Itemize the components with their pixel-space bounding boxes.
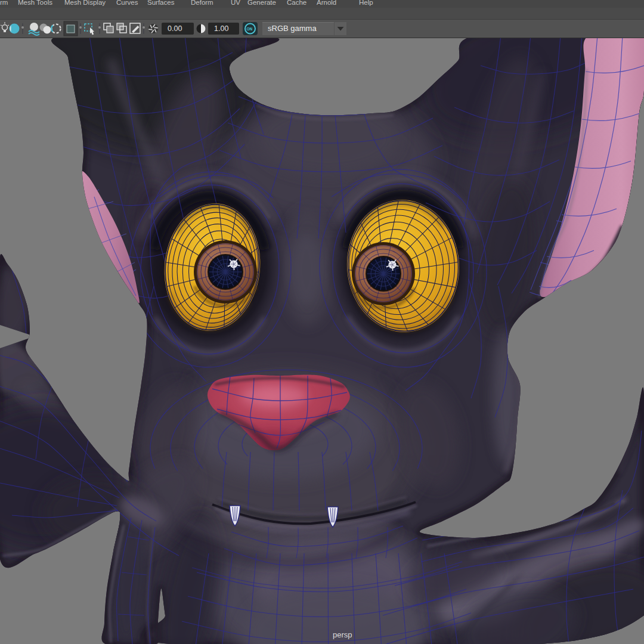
svg-text:1.00: 1.00 — [214, 24, 228, 33]
svg-text:ON: ON — [247, 27, 253, 31]
svg-text:rm: rm — [0, 0, 8, 6]
svg-text:Generate: Generate — [247, 0, 276, 6]
svg-text:Mesh Tools: Mesh Tools — [18, 0, 52, 6]
svg-text:Help: Help — [359, 0, 373, 6]
svg-text:0.00: 0.00 — [168, 24, 182, 33]
svg-text:Cache: Cache — [287, 0, 306, 6]
svg-text:sRGB gamma: sRGB gamma — [268, 24, 317, 33]
svg-text:Mesh Display: Mesh Display — [64, 0, 106, 6]
svg-text:Arnold: Arnold — [317, 0, 336, 6]
svg-text:Surfaces: Surfaces — [147, 0, 175, 6]
svg-text:UV: UV — [231, 0, 240, 6]
svg-text:Curves: Curves — [116, 0, 138, 6]
svg-text:Deform: Deform — [191, 0, 213, 6]
svg-text:persp: persp — [333, 630, 352, 639]
